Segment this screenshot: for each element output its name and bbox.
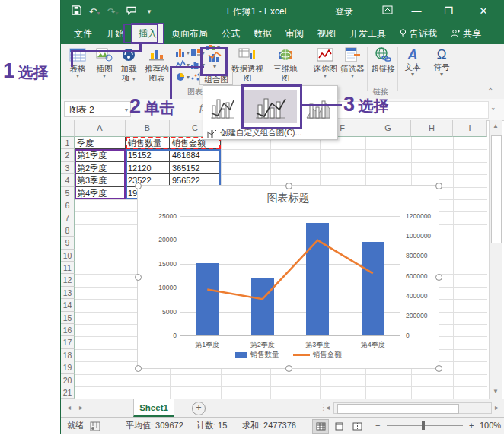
tab-开始[interactable]: 开始: [99, 23, 131, 44]
chart-selection-handle[interactable]: [435, 183, 442, 189]
maximize-button[interactable]: ❐: [435, 0, 461, 23]
insert-combo-chart-button[interactable]: ▾: [204, 50, 225, 69]
zoom-level[interactable]: 100%: [480, 418, 501, 434]
tab-视图[interactable]: 视图: [311, 23, 343, 44]
tab-公式[interactable]: 公式: [215, 23, 247, 44]
pivotchart-button[interactable]: 数据透视图▾: [230, 47, 265, 87]
hyperlink-button[interactable]: 超链接: [370, 47, 396, 73]
row-header-19[interactable]: 19: [61, 361, 75, 373]
vertical-scroll-thumb[interactable]: [491, 135, 502, 243]
cell-A4[interactable]: 第3季度: [75, 174, 126, 186]
row-header-8[interactable]: 8: [61, 224, 75, 237]
chart-selection-handle[interactable]: [435, 274, 442, 281]
tab-数据[interactable]: 数据: [247, 23, 279, 44]
row-header-6[interactable]: 6: [61, 199, 75, 211]
customize-qat-icon[interactable]: ▾: [140, 8, 158, 15]
normal-view-icon[interactable]: [312, 419, 329, 434]
cell-B2[interactable]: 15152: [126, 149, 170, 161]
hscroll-left-icon[interactable]: ◂: [326, 403, 330, 412]
legend-item-销售数量[interactable]: 销售数量: [235, 350, 279, 360]
row-header-16[interactable]: 16: [61, 324, 75, 336]
map-3d-button[interactable]: 三维地图▾: [271, 47, 300, 87]
row-header-21[interactable]: 21: [61, 386, 75, 399]
row-header-10[interactable]: 10: [61, 250, 75, 262]
column-header-G[interactable]: G: [365, 120, 411, 137]
sparklines-button[interactable]: 迷你图▾: [312, 47, 338, 78]
slicers-button[interactable]: 筛选器▾: [340, 47, 365, 78]
row-header-2[interactable]: 2: [61, 149, 75, 161]
text-button[interactable]: A 文本▾: [400, 47, 425, 77]
horizontal-scroll-thumb[interactable]: [337, 404, 459, 414]
ribbon-display-options-icon[interactable]: [375, 0, 400, 23]
zoom-slider-thumb[interactable]: [422, 421, 425, 430]
chart-selection-handle[interactable]: [135, 365, 142, 372]
column-header-A[interactable]: A: [75, 120, 126, 137]
column-header-H[interactable]: H: [411, 120, 453, 137]
formula-bar-expand-icon[interactable]: ⌄: [490, 103, 496, 111]
page-layout-view-icon[interactable]: [330, 419, 347, 434]
cell-A5[interactable]: 第4季度: [75, 187, 126, 199]
row-header-11[interactable]: 11: [61, 262, 75, 274]
sign-in[interactable]: 登录: [335, 0, 353, 23]
tab-开发工具[interactable]: 开发工具: [343, 23, 393, 44]
sheet-nav-left-icon[interactable]: ◂: [67, 403, 71, 412]
cell-B1[interactable]: 销售数量: [126, 137, 170, 149]
row-header-18[interactable]: 18: [61, 349, 75, 361]
scroll-down-icon[interactable]: ▼: [491, 388, 500, 395]
tab-共享[interactable]: 共享: [444, 23, 488, 44]
recommended-charts-button[interactable]: 推荐的图表: [142, 47, 172, 82]
row-header-17[interactable]: 17: [61, 336, 75, 348]
create-custom-combo-item[interactable]: 创建自定义组合图(C)...: [206, 127, 334, 138]
macro-record-icon[interactable]: [90, 421, 100, 437]
cell-C2[interactable]: 461684: [170, 149, 221, 161]
tab-告诉我[interactable]: 告诉我: [393, 23, 444, 44]
tab-文件[interactable]: 文件: [67, 23, 99, 44]
cell-C3[interactable]: 365152: [170, 162, 221, 174]
chart-selection-handle[interactable]: [435, 365, 442, 372]
insert-hierarchy-chart-button[interactable]: ▾: [190, 48, 205, 57]
sheet-tab-sheet1[interactable]: Sheet1: [133, 399, 174, 417]
new-sheet-button[interactable]: +: [192, 402, 206, 415]
insert-waterfall-chart-button[interactable]: ▾: [206, 44, 220, 50]
insert-column-chart-button[interactable]: ▾: [175, 48, 190, 57]
zoom-out-icon[interactable]: −: [375, 418, 380, 434]
close-button[interactable]: ✕: [471, 0, 496, 23]
embedded-chart[interactable]: 图表标题 销售数量销售金额 25000200001500010000500001…: [137, 185, 439, 369]
row-header-7[interactable]: 7: [61, 211, 75, 224]
symbols-button[interactable]: Ω 符号▾: [429, 47, 454, 77]
chart-selection-handle[interactable]: [285, 183, 292, 189]
row-header-9[interactable]: 9: [61, 237, 75, 249]
column-header-B[interactable]: B: [126, 120, 170, 137]
row-header-5[interactable]: 5: [61, 187, 75, 199]
collapse-ribbon-icon[interactable]: ⌃: [487, 87, 493, 95]
cell-A2[interactable]: 第1季度: [75, 149, 126, 161]
row-header-1[interactable]: 1: [61, 137, 75, 149]
cell-B3[interactable]: 12120: [126, 162, 170, 174]
row-header-14[interactable]: 14: [61, 299, 75, 311]
chart-selection-handle[interactable]: [135, 183, 142, 189]
undo-icon[interactable]: ↶▾: [85, 6, 104, 17]
hscroll-right-icon[interactable]: ▸: [495, 403, 499, 412]
chart-selection-handle[interactable]: [285, 365, 292, 372]
select-all-corner[interactable]: [61, 120, 75, 137]
tab-页面布局[interactable]: 页面布局: [164, 23, 215, 44]
chart-selection-handle[interactable]: [135, 274, 142, 281]
vertical-scrollbar[interactable]: ▲ ▼: [489, 120, 502, 399]
scroll-up-icon[interactable]: ▲: [491, 122, 500, 129]
zoom-slider[interactable]: [387, 425, 463, 426]
minimize-button[interactable]: —: [404, 0, 429, 23]
zoom-in-icon[interactable]: +: [469, 418, 474, 434]
sheet-nav-right-icon[interactable]: ▸: [79, 403, 83, 412]
cell-A1[interactable]: 季度: [75, 137, 126, 149]
save-icon[interactable]: [67, 5, 85, 17]
chart-title[interactable]: 图表标题: [138, 192, 439, 205]
row-header-20[interactable]: 20: [61, 374, 75, 386]
chart-legend[interactable]: 销售数量销售金额: [138, 350, 439, 360]
row-header-4[interactable]: 4: [61, 174, 75, 186]
touch-mode-icon[interactable]: [122, 6, 140, 17]
cell-A3[interactable]: 第2季度: [75, 162, 126, 174]
row-header-3[interactable]: 3: [61, 162, 75, 174]
page-break-view-icon[interactable]: [349, 419, 365, 434]
redo-icon[interactable]: ↷▾: [104, 6, 122, 17]
row-header-12[interactable]: 12: [61, 274, 75, 286]
